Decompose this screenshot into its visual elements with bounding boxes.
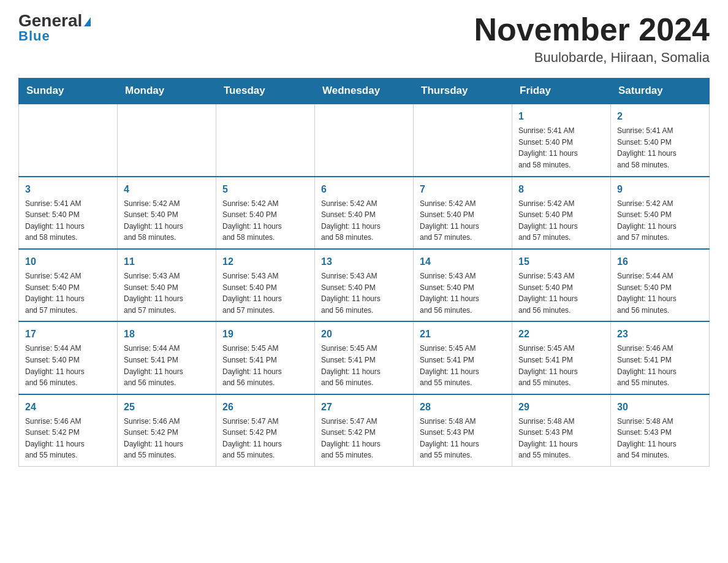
day-info: Sunrise: 5:42 AM Sunset: 5:40 PM Dayligh…	[222, 198, 308, 243]
day-number: 13	[321, 255, 407, 269]
col-header-monday: Monday	[118, 79, 216, 104]
day-number: 14	[420, 255, 506, 269]
week-row-4: 17Sunrise: 5:44 AM Sunset: 5:40 PM Dayli…	[19, 321, 710, 394]
day-info: Sunrise: 5:46 AM Sunset: 5:42 PM Dayligh…	[124, 416, 210, 461]
day-number: 19	[222, 327, 308, 342]
day-info: Sunrise: 5:44 AM Sunset: 5:41 PM Dayligh…	[124, 343, 210, 388]
day-info: Sunrise: 5:44 AM Sunset: 5:40 PM Dayligh…	[617, 270, 703, 316]
day-info: Sunrise: 5:48 AM Sunset: 5:43 PM Dayligh…	[518, 416, 604, 461]
day-info: Sunrise: 5:43 AM Sunset: 5:40 PM Dayligh…	[222, 270, 308, 316]
calendar-cell: 29Sunrise: 5:48 AM Sunset: 5:43 PM Dayli…	[512, 394, 611, 467]
day-number: 15	[518, 255, 604, 269]
logo-blue: Blue	[18, 28, 50, 44]
day-info: Sunrise: 5:48 AM Sunset: 5:43 PM Dayligh…	[420, 416, 506, 461]
calendar-cell: 3Sunrise: 5:41 AM Sunset: 5:40 PM Daylig…	[19, 177, 118, 249]
col-header-sunday: Sunday	[19, 79, 118, 104]
day-info: Sunrise: 5:44 AM Sunset: 5:40 PM Dayligh…	[25, 343, 111, 388]
day-info: Sunrise: 5:45 AM Sunset: 5:41 PM Dayligh…	[222, 343, 308, 388]
calendar-cell: 16Sunrise: 5:44 AM Sunset: 5:40 PM Dayli…	[611, 249, 710, 321]
day-number: 2	[617, 109, 703, 124]
calendar-cell: 13Sunrise: 5:43 AM Sunset: 5:40 PM Dayli…	[315, 249, 414, 321]
week-row-1: 1Sunrise: 5:41 AM Sunset: 5:40 PM Daylig…	[19, 104, 710, 176]
day-info: Sunrise: 5:43 AM Sunset: 5:40 PM Dayligh…	[321, 270, 407, 316]
day-number: 23	[617, 327, 703, 342]
day-number: 18	[124, 327, 210, 342]
calendar-cell: 2Sunrise: 5:41 AM Sunset: 5:40 PM Daylig…	[611, 104, 710, 176]
day-info: Sunrise: 5:42 AM Sunset: 5:40 PM Dayligh…	[518, 198, 604, 243]
day-number: 29	[518, 400, 604, 415]
week-row-2: 3Sunrise: 5:41 AM Sunset: 5:40 PM Daylig…	[19, 177, 710, 249]
day-number: 9	[617, 182, 703, 197]
calendar-cell: 4Sunrise: 5:42 AM Sunset: 5:40 PM Daylig…	[118, 177, 216, 249]
col-header-friday: Friday	[512, 79, 611, 104]
day-number: 5	[222, 182, 308, 197]
day-number: 6	[321, 182, 407, 197]
day-info: Sunrise: 5:47 AM Sunset: 5:42 PM Dayligh…	[222, 416, 308, 461]
calendar-cell: 19Sunrise: 5:45 AM Sunset: 5:41 PM Dayli…	[216, 321, 315, 394]
day-info: Sunrise: 5:41 AM Sunset: 5:40 PM Dayligh…	[518, 125, 604, 170]
day-number: 28	[420, 400, 506, 415]
calendar-cell: 20Sunrise: 5:45 AM Sunset: 5:41 PM Dayli…	[315, 321, 414, 394]
month-title: November 2024	[474, 12, 710, 47]
day-info: Sunrise: 5:46 AM Sunset: 5:42 PM Dayligh…	[25, 416, 111, 461]
calendar-cell: 18Sunrise: 5:44 AM Sunset: 5:41 PM Dayli…	[118, 321, 216, 394]
col-header-saturday: Saturday	[611, 79, 710, 104]
day-info: Sunrise: 5:42 AM Sunset: 5:40 PM Dayligh…	[420, 198, 506, 243]
day-number: 20	[321, 327, 407, 342]
calendar-cell: 30Sunrise: 5:48 AM Sunset: 5:43 PM Dayli…	[611, 394, 710, 467]
calendar-table: SundayMondayTuesdayWednesdayThursdayFrid…	[18, 78, 710, 467]
calendar-cell: 12Sunrise: 5:43 AM Sunset: 5:40 PM Dayli…	[216, 249, 315, 321]
day-info: Sunrise: 5:42 AM Sunset: 5:40 PM Dayligh…	[124, 198, 210, 243]
week-row-3: 10Sunrise: 5:42 AM Sunset: 5:40 PM Dayli…	[19, 249, 710, 321]
day-info: Sunrise: 5:42 AM Sunset: 5:40 PM Dayligh…	[321, 198, 407, 243]
day-info: Sunrise: 5:45 AM Sunset: 5:41 PM Dayligh…	[518, 343, 604, 388]
day-number: 1	[518, 109, 604, 124]
day-number: 17	[25, 327, 111, 342]
logo: General Blue	[18, 12, 91, 44]
col-header-thursday: Thursday	[414, 79, 512, 104]
col-header-tuesday: Tuesday	[216, 79, 315, 104]
day-number: 3	[25, 182, 111, 197]
page-header: General Blue November 2024 Buulobarde, H…	[18, 12, 710, 66]
day-info: Sunrise: 5:46 AM Sunset: 5:41 PM Dayligh…	[617, 343, 703, 388]
day-info: Sunrise: 5:45 AM Sunset: 5:41 PM Dayligh…	[321, 343, 407, 388]
day-info: Sunrise: 5:43 AM Sunset: 5:40 PM Dayligh…	[420, 270, 506, 316]
day-info: Sunrise: 5:47 AM Sunset: 5:42 PM Dayligh…	[321, 416, 407, 461]
day-number: 26	[222, 400, 308, 415]
calendar-cell: 11Sunrise: 5:43 AM Sunset: 5:40 PM Dayli…	[118, 249, 216, 321]
week-row-5: 24Sunrise: 5:46 AM Sunset: 5:42 PM Dayli…	[19, 394, 710, 467]
day-info: Sunrise: 5:41 AM Sunset: 5:40 PM Dayligh…	[25, 198, 111, 243]
calendar-cell: 8Sunrise: 5:42 AM Sunset: 5:40 PM Daylig…	[512, 177, 611, 249]
day-number: 30	[617, 400, 703, 415]
calendar-cell	[414, 104, 512, 176]
calendar-cell: 1Sunrise: 5:41 AM Sunset: 5:40 PM Daylig…	[512, 104, 611, 176]
day-info: Sunrise: 5:48 AM Sunset: 5:43 PM Dayligh…	[617, 416, 703, 461]
calendar-cell: 21Sunrise: 5:45 AM Sunset: 5:41 PM Dayli…	[414, 321, 512, 394]
day-number: 24	[25, 400, 111, 415]
location-title: Buulobarde, Hiiraan, Somalia	[474, 50, 710, 66]
day-info: Sunrise: 5:43 AM Sunset: 5:40 PM Dayligh…	[124, 270, 210, 316]
calendar-cell: 26Sunrise: 5:47 AM Sunset: 5:42 PM Dayli…	[216, 394, 315, 467]
calendar-cell: 17Sunrise: 5:44 AM Sunset: 5:40 PM Dayli…	[19, 321, 118, 394]
day-number: 16	[617, 255, 703, 269]
calendar-cell: 25Sunrise: 5:46 AM Sunset: 5:42 PM Dayli…	[118, 394, 216, 467]
calendar-cell: 24Sunrise: 5:46 AM Sunset: 5:42 PM Dayli…	[19, 394, 118, 467]
calendar-cell	[118, 104, 216, 176]
logo-general: General	[18, 12, 91, 29]
day-number: 21	[420, 327, 506, 342]
day-number: 25	[124, 400, 210, 415]
calendar-cell: 27Sunrise: 5:47 AM Sunset: 5:42 PM Dayli…	[315, 394, 414, 467]
calendar-cell: 28Sunrise: 5:48 AM Sunset: 5:43 PM Dayli…	[414, 394, 512, 467]
calendar-cell: 22Sunrise: 5:45 AM Sunset: 5:41 PM Dayli…	[512, 321, 611, 394]
day-info: Sunrise: 5:42 AM Sunset: 5:40 PM Dayligh…	[617, 198, 703, 243]
calendar-cell: 9Sunrise: 5:42 AM Sunset: 5:40 PM Daylig…	[611, 177, 710, 249]
day-info: Sunrise: 5:43 AM Sunset: 5:40 PM Dayligh…	[518, 270, 604, 316]
calendar-cell: 23Sunrise: 5:46 AM Sunset: 5:41 PM Dayli…	[611, 321, 710, 394]
day-number: 4	[124, 182, 210, 197]
calendar-header-row: SundayMondayTuesdayWednesdayThursdayFrid…	[19, 79, 710, 104]
day-number: 10	[25, 255, 111, 269]
calendar-cell	[216, 104, 315, 176]
col-header-wednesday: Wednesday	[315, 79, 414, 104]
day-info: Sunrise: 5:45 AM Sunset: 5:41 PM Dayligh…	[420, 343, 506, 388]
day-number: 27	[321, 400, 407, 415]
